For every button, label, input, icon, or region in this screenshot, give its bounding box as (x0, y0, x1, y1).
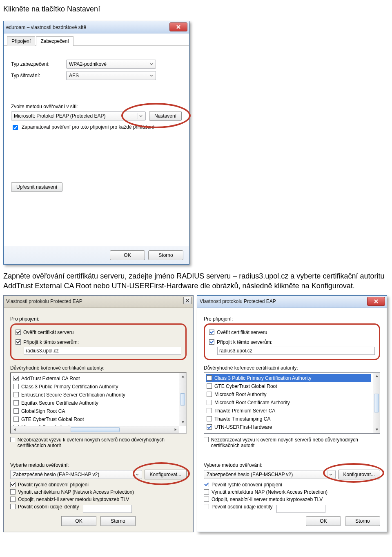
ca-list-item[interactable]: Thawte Timestamping CA (206, 415, 371, 423)
checkbox-icon (10, 489, 16, 495)
ca-list-item[interactable]: Class 3 Public Primary Certification Aut… (13, 383, 177, 391)
ca-list-item[interactable]: Equifax Secure Certificate Authority (13, 399, 177, 407)
ok-button[interactable]: OK (61, 516, 96, 526)
security-type-select[interactable]: WPA2-podnikové (66, 60, 156, 69)
chevron-down-icon (327, 471, 334, 478)
trusted-cas-listbox[interactable]: AddTrust External CA RootClass 3 Public … (10, 372, 187, 434)
checkbox-icon[interactable] (10, 504, 16, 509)
fast-reconnect-checkbox[interactable]: Povolit rychlé obnovení připojení (204, 482, 380, 488)
no-prompt-label: Nezobrazovat výzvu k ověření nových serv… (18, 437, 187, 448)
fast-reconnect-label: Povolit rychlé obnovení připojení (212, 482, 282, 488)
tlv-checkbox[interactable]: Odpojit, nenabízí-li server metodu krypt… (204, 497, 380, 502)
ca-item-label: GlobalSign Root CA (21, 408, 65, 414)
ca-list-item[interactable]: Entrust.net Secure Server Certification … (13, 391, 177, 399)
identity-row: Povolit osobní údaje identity (10, 504, 187, 513)
configure-button[interactable]: Konfigurovat... (338, 470, 380, 479)
nap-checkbox[interactable]: Vynutit architekturu NAP (Network Access… (10, 489, 187, 495)
auth-method-value: Zabezpečené heslo (EAP-MSCHAP v2) (13, 472, 99, 477)
ca-list-item[interactable]: UTN-USERFirst-Hardware (206, 423, 371, 431)
auth-method-value: Zabezpečené heslo (EAP-MSCHAP v2) (207, 472, 293, 477)
auth-method-select[interactable]: Microsoft: Protokol PEAP (Protected EAP) (11, 111, 146, 120)
chevron-down-icon (148, 72, 154, 79)
checkbox-icon (10, 482, 16, 487)
scroll-down-icon[interactable] (179, 419, 186, 426)
trusted-cas-listbox[interactable]: Class 3 Public Primary Certification Aut… (204, 372, 380, 434)
close-icon[interactable] (183, 297, 192, 304)
fast-reconnect-checkbox[interactable]: Povolit rychlé obnovení připojení (10, 482, 187, 488)
connect-servers-checkbox[interactable]: Připojit k těmto serverům: (16, 339, 181, 345)
tab-security[interactable]: Zabezpečení (36, 36, 73, 46)
server-name-input[interactable] (217, 347, 375, 355)
scroll-left-icon[interactable] (11, 426, 18, 433)
auth-method-value: Microsoft: Protokol PEAP (Protected EAP) (14, 113, 106, 119)
close-icon[interactable] (367, 297, 385, 306)
connect-servers-label: Připojit k těmto serverům: (217, 339, 272, 345)
highlight-box: Ověřit certifikát serveru Připojit k těm… (10, 323, 187, 360)
advanced-settings-button[interactable]: Upřesnit nastavení (11, 182, 62, 192)
verify-cert-label: Ověřit certifikát serveru (217, 330, 267, 335)
scroll-thumb[interactable] (71, 427, 120, 432)
ca-list-item[interactable]: GlobalSign Root CA (13, 407, 177, 415)
scrollbar-vertical[interactable] (373, 373, 380, 433)
cancel-button[interactable]: Storno (100, 516, 136, 526)
checkbox-icon (204, 437, 209, 442)
checkbox-icon (207, 424, 212, 430)
auth-method-select[interactable]: Zabezpečené heslo (EAP-MSCHAP v2) (10, 470, 142, 479)
security-type-label: Typ zabezpečení: (11, 61, 66, 67)
ok-button[interactable]: OK (110, 250, 145, 260)
cancel-button[interactable]: Storno (148, 250, 183, 260)
scrollbar-horizontal[interactable] (11, 426, 179, 433)
checkbox-icon (204, 497, 209, 502)
encryption-select[interactable]: AES (66, 71, 156, 80)
settings-button[interactable]: Nastavení (149, 111, 182, 121)
ca-list-item[interactable]: Thawte Premium Server CA (206, 407, 371, 415)
scroll-up-icon[interactable] (179, 373, 186, 380)
no-prompt-checkbox[interactable]: Nezobrazovat výzvu k ověření nových serv… (204, 437, 380, 448)
checkbox-icon (13, 384, 19, 389)
scroll-down-icon[interactable] (373, 426, 380, 433)
fast-reconnect-label: Povolit rychlé obnovení připojení (18, 482, 89, 488)
verify-cert-checkbox[interactable]: Ověřit certifikát serveru (16, 330, 181, 335)
ok-button[interactable]: OK (306, 516, 341, 526)
verify-cert-checkbox[interactable]: Ověřit certifikát serveru (209, 330, 375, 335)
ca-list-item[interactable]: Microsoft Root Certificate Authority (206, 399, 371, 407)
select-auth-label: Vyberte metodu ověřování: (204, 462, 380, 468)
remember-credentials-input[interactable] (13, 125, 18, 130)
server-name-input[interactable] (24, 347, 181, 355)
connect-servers-checkbox[interactable]: Připojit k těmto serverům: (209, 339, 375, 345)
ca-item-label: AddTrust External CA Root (21, 376, 80, 381)
identity-label: Povolit osobní údaje identity (212, 504, 272, 510)
select-auth-label: Vyberte metodu ověřování: (10, 462, 187, 468)
checkbox-icon (204, 482, 209, 487)
ca-list-item[interactable]: GTE CyberTrust Global Root (206, 382, 371, 390)
identity-input[interactable] (83, 505, 132, 513)
tlv-checkbox[interactable]: Odpojit, nenabízí-li server metodu krypt… (10, 497, 187, 502)
tab-connection[interactable]: Připojení (7, 36, 35, 46)
close-icon[interactable] (169, 22, 187, 31)
for-connection-label: Pro připojení: (10, 316, 187, 322)
checkbox-icon (209, 339, 214, 345)
checkbox-icon (13, 392, 19, 397)
nap-checkbox[interactable]: Vynutit architekturu NAP (Network Access… (204, 489, 380, 495)
remember-credentials-checkbox[interactable]: Zapamatovat pověření pro toto připojení … (11, 124, 182, 131)
configure-button[interactable]: Konfigurovat... (145, 470, 187, 479)
scroll-thumb[interactable] (374, 394, 379, 412)
scroll-thumb[interactable] (180, 393, 185, 405)
scroll-up-icon[interactable] (373, 373, 380, 380)
scroll-right-icon[interactable] (172, 426, 179, 433)
ca-list-item[interactable]: Class 3 Public Primary Certification Aut… (206, 374, 371, 382)
remember-credentials-label: Zapamatovat pověření pro toto připojení … (22, 124, 154, 130)
window-title: Vlastnosti protokolu Protected EAP (200, 299, 276, 304)
scrollbar-vertical[interactable] (179, 373, 186, 426)
cancel-button[interactable]: Storno (345, 516, 380, 526)
tlv-label: Odpojit, nenabízí-li server metodu krypt… (18, 497, 129, 502)
checkbox-icon[interactable] (204, 504, 209, 509)
ca-list-item[interactable]: Microsoft Root Authority (206, 390, 371, 399)
ca-list-item[interactable]: GTE CyberTrust Global Root (13, 415, 177, 423)
no-prompt-checkbox[interactable]: Nezobrazovat výzvu k ověření nových serv… (10, 437, 187, 448)
auth-method-select[interactable]: Zabezpečené heslo (EAP-MSCHAP v2) (204, 470, 336, 479)
ca-item-label: Thawte Timestamping CA (214, 416, 270, 422)
tabstrip: PřipojeníZabezpečení (4, 33, 189, 46)
ca-list-item[interactable]: AddTrust External CA Root (13, 374, 177, 383)
identity-input[interactable] (276, 505, 325, 513)
